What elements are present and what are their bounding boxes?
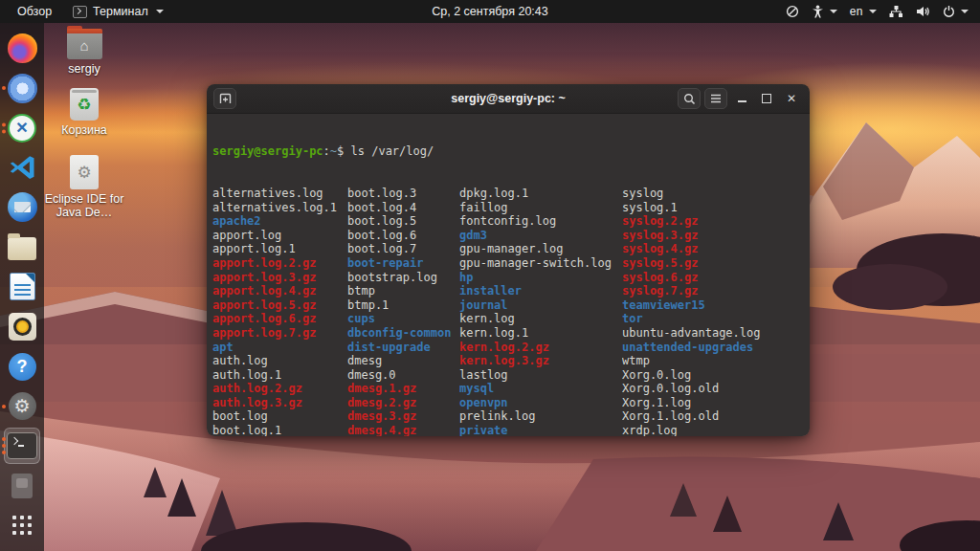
trash-icon: ♻	[70, 88, 99, 121]
dock-item-terminal[interactable]	[0, 426, 44, 466]
keyboard-layout-menu[interactable]: en	[850, 5, 877, 18]
chevron-down-icon	[961, 10, 969, 13]
file-entry: syslog.6.gz	[622, 271, 804, 285]
file-entry: dist-upgrade	[347, 341, 459, 355]
file-entry: syslog.2.gz	[622, 214, 804, 229]
file-entry: bootstrap.log	[347, 271, 459, 285]
file-entry: wtmp	[622, 354, 804, 368]
desktop-icon-label: sergiy	[68, 62, 100, 76]
file-entry: apport.log.7.gz	[212, 326, 347, 341]
window-indicator-dots	[2, 405, 6, 408]
app-grid-icon	[12, 516, 32, 535]
desktop-icon-trash[interactable]: ♻ Корзина	[38, 88, 130, 137]
desktop-icon-label: Корзина	[61, 123, 107, 137]
file-entry: boot.log.3	[347, 187, 459, 201]
file-entry: boot.log.4	[347, 201, 459, 215]
file-entry: btmp.1	[347, 298, 459, 313]
dock-item-help[interactable]: ?	[0, 346, 44, 386]
file-entry: syslog.5.gz	[622, 256, 804, 271]
file-entry: syslog.3.gz	[622, 229, 804, 243]
rhythmbox-icon	[9, 313, 36, 341]
desktop-icon-label: Eclipse IDE for Java De…	[40, 192, 128, 220]
file-entry: auth.log.1	[212, 368, 347, 383]
app-menu-terminal[interactable]: Терминал	[65, 5, 171, 18]
file-entry: alternatives.log	[212, 187, 347, 201]
dock-item-usb-drive[interactable]	[0, 466, 44, 506]
file-entry: boot.log.7	[347, 242, 459, 256]
file-entry: faillog	[459, 201, 622, 215]
dock-item-vscode[interactable]	[0, 148, 44, 188]
terminal-window: sergiy@sergiy-pc: ~ ✕ sergiy@sergiy-pc:~…	[207, 84, 810, 436]
file-entry: dmesg.4.gz	[347, 424, 459, 436]
file-entry: xrdp.log	[622, 424, 804, 436]
network-wired-icon[interactable]	[889, 5, 903, 18]
chevron-down-icon	[156, 10, 164, 13]
file-entry: private	[459, 424, 622, 436]
terminal-content[interactable]: sergiy@sergiy-pc:~$ ls /var/log/ alterna…	[207, 114, 810, 436]
maximize-button[interactable]	[756, 88, 777, 109]
file-entry: dmesg.1.gz	[347, 382, 459, 396]
file-entry: lastlog	[459, 368, 622, 383]
vscode-icon	[8, 153, 36, 182]
file-entry: teamviewer15	[622, 298, 804, 313]
file-entry: dmesg.2.gz	[347, 396, 459, 410]
activities-button[interactable]: Обзор	[10, 5, 59, 18]
file-entry: syslog.1	[622, 201, 804, 215]
dock-item-remote-app[interactable]: ✕	[0, 108, 44, 148]
dock-item-chromium[interactable]	[0, 69, 44, 109]
minimize-button[interactable]	[731, 88, 752, 109]
file-entry: tor	[622, 312, 804, 326]
app-grid-button[interactable]	[0, 505, 44, 545]
file-entry: apport.log.2.gz	[212, 256, 347, 271]
files-icon	[8, 237, 36, 260]
terminal-app-icon	[73, 6, 87, 18]
dock-item-libreoffice-writer[interactable]	[0, 267, 44, 307]
file-entry: boot.log.6	[347, 229, 459, 243]
window-indicator-dots	[2, 86, 6, 90]
file-entry: auth.log.3.gz	[212, 396, 347, 410]
file-entry: alternatives.log.1	[212, 201, 347, 215]
file-entry: auth.log.2.gz	[212, 382, 347, 396]
file-entry: kern.log.3.gz	[459, 354, 622, 368]
usb-drive-icon	[11, 474, 33, 498]
file-entry: boot.log	[212, 409, 347, 424]
terminal-headerbar[interactable]: sergiy@sergiy-pc: ~ ✕	[207, 84, 810, 114]
terminal-icon	[7, 432, 37, 459]
desktop-icon-eclipse[interactable]: ⚙ Eclipse IDE for Java De…	[38, 155, 130, 220]
file-entry: dmesg	[347, 354, 459, 368]
file-entry: unattended-upgrades	[622, 341, 804, 355]
menu-button[interactable]	[704, 88, 727, 109]
file-entry: fontconfig.log	[459, 214, 622, 229]
power-menu[interactable]	[943, 5, 969, 18]
file-entry: boot.log.5	[347, 214, 459, 229]
eclipse-launcher-icon: ⚙	[70, 155, 99, 189]
file-entry: apport.log	[212, 229, 347, 243]
chromium-icon	[8, 74, 37, 103]
file-entry: apport.log.3.gz	[212, 271, 347, 285]
file-entry: apache2	[212, 214, 347, 229]
accessibility-menu[interactable]	[812, 5, 837, 18]
dock-item-rhythmbox[interactable]	[0, 307, 44, 347]
file-entry: openvpn	[459, 396, 622, 410]
file-entry: Xorg.0.log.old	[622, 382, 804, 396]
search-button[interactable]	[678, 88, 701, 109]
file-entry: kern.log.2.gz	[459, 341, 622, 355]
file-entry: apt	[212, 341, 347, 355]
new-tab-button[interactable]	[213, 88, 236, 109]
volume-icon[interactable]	[916, 5, 930, 18]
desktop-icon-home-sergiy[interactable]: ⌂ sergiy	[38, 27, 130, 76]
dock-item-thunderbird[interactable]	[0, 187, 44, 228]
file-entry: apport.log.1	[212, 242, 347, 256]
dock-item-settings[interactable]: ⚙	[0, 386, 44, 427]
help-icon: ?	[9, 353, 36, 381]
close-button[interactable]: ✕	[781, 88, 802, 109]
file-entry: apport.log.6.gz	[212, 312, 347, 326]
file-entry: apport.log.5.gz	[212, 298, 347, 313]
chevron-down-icon	[830, 10, 837, 13]
file-entry: Xorg.1.log.old	[622, 409, 804, 424]
dock-item-files[interactable]	[0, 228, 44, 268]
do-not-disturb-icon[interactable]	[786, 5, 799, 18]
dock-item-firefox[interactable]	[0, 29, 44, 69]
file-entry: Xorg.0.log	[622, 368, 804, 383]
file-entry: syslog.7.gz	[622, 284, 804, 298]
